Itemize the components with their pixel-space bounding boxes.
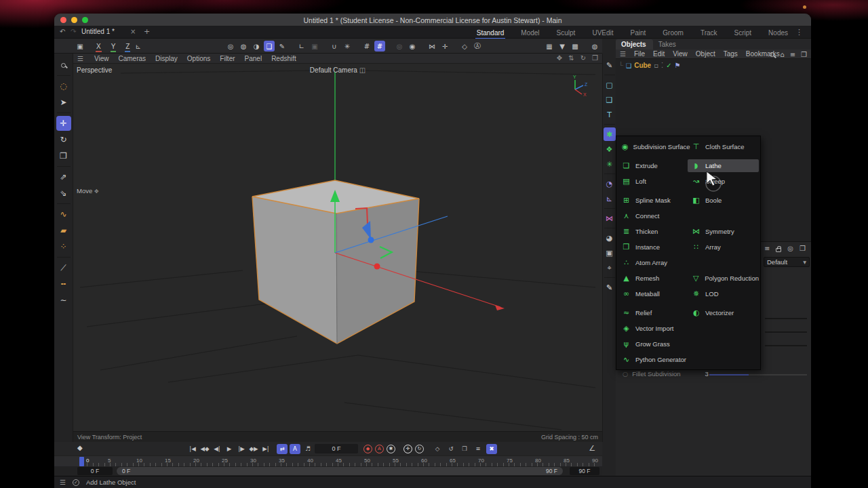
spline-smooth-tool[interactable]: ∿ <box>56 207 71 222</box>
phong-tag-icon[interactable]: ⚑ <box>675 62 681 69</box>
menu-item-sweep[interactable]: ↝Sweep <box>688 175 759 188</box>
record-keyframe-button[interactable]: ◆ <box>363 445 372 453</box>
tweak-selection-tool[interactable]: ➤ <box>56 95 71 110</box>
primitive-cube-menu[interactable]: ❑ <box>264 41 275 52</box>
menu-item-lod[interactable]: ✵LOD <box>688 287 759 300</box>
play-button[interactable]: ▶ <box>224 444 235 454</box>
redo-icon[interactable]: ↷ <box>71 28 76 35</box>
layout-tab-sculpt[interactable]: Sculpt <box>557 29 576 37</box>
attr-popout-icon[interactable]: ❐ <box>800 245 806 252</box>
objects-menu-edit[interactable]: Edit <box>653 50 665 58</box>
menu-item-lathe[interactable]: ◗Lathe <box>688 159 759 172</box>
range-end-field[interactable]: 90 F <box>570 467 599 475</box>
z-axis-handle[interactable] <box>368 237 374 243</box>
property-value[interactable]: 3 <box>705 370 709 378</box>
status-menu-icon[interactable]: ☰ <box>60 479 66 486</box>
visibility-dots-icon[interactable]: ⁚ <box>661 62 663 69</box>
viewport-menu-view[interactable]: View <box>94 55 109 62</box>
menu-item-remesh[interactable]: ▲Remesh <box>618 272 686 285</box>
spline-sketch-tool[interactable]: ∼ <box>56 293 71 308</box>
scale-tool[interactable]: ❐ <box>56 148 71 163</box>
viewport-menu-display[interactable]: Display <box>155 55 178 62</box>
fcurve-icon[interactable]: ∠ <box>589 444 595 453</box>
primitive-objects-menu[interactable]: ❑ <box>604 93 616 106</box>
next-frame-button[interactable]: |▶ <box>236 444 247 454</box>
fillet-subdivision-slider[interactable] <box>709 374 807 375</box>
menu-item-spline-mask[interactable]: ⊞Spline Mask <box>618 194 686 207</box>
menu-item-boole[interactable]: ◧Boole <box>688 194 759 207</box>
render-view-button[interactable]: ◎ <box>225 41 236 52</box>
find-tool[interactable] <box>56 58 71 73</box>
popout-icon[interactable]: ❐ <box>801 51 807 58</box>
spline-primitives-menu[interactable]: ▢ <box>604 78 616 92</box>
snap-button[interactable]: ∪ <box>329 41 340 52</box>
camera-menu[interactable]: ▣ <box>604 246 616 260</box>
record-rotation-button[interactable]: ↻ <box>415 445 424 453</box>
viewport-menu-options[interactable]: Options <box>187 55 210 62</box>
document-tab[interactable]: Untitled 1 * <box>81 28 115 35</box>
key-params-button[interactable]: ❒ <box>459 444 470 454</box>
asset-button[interactable]: Ⓐ <box>472 41 483 52</box>
manager-tab-objects[interactable]: Objects <box>616 39 653 49</box>
x-axis-handle[interactable] <box>374 264 380 270</box>
menu-item-cloth-surface[interactable]: ⊤Cloth Surface <box>688 140 759 153</box>
axis-center-button[interactable]: ◉ <box>407 41 418 52</box>
viewport-menu-panel[interactable]: Panel <box>245 55 262 62</box>
stage-menu[interactable]: ⌖ <box>604 261 616 274</box>
layout-tab-groom[interactable]: Groom <box>663 29 684 37</box>
manager-tab-takes[interactable]: Takes <box>653 39 683 49</box>
mode-dropdown[interactable]: Default ▾ <box>764 257 810 267</box>
viewport-menu-filter[interactable]: Filter <box>220 55 235 62</box>
knife-tool[interactable]: ⟋ <box>56 260 71 275</box>
home-icon[interactable]: ⌂ <box>780 51 784 58</box>
record-autokey-button[interactable]: A <box>375 445 384 453</box>
workplane-lock-button[interactable]: ⊾ <box>133 41 144 52</box>
target-icon[interactable]: ◎ <box>787 245 793 252</box>
modeling-settings-button[interactable]: ✛ <box>439 41 450 52</box>
cube-left-face[interactable] <box>252 197 337 344</box>
menu-item-vectorizer[interactable]: ◐Vectorizer <box>688 306 759 319</box>
render-picture-viewer-button[interactable]: ◍ <box>238 41 249 52</box>
viewport-camera-label[interactable]: Default Camera ◫ <box>73 66 602 74</box>
layer-box-icon[interactable]: ▫ <box>654 62 658 69</box>
filter-icon[interactable]: ≡ <box>790 51 795 58</box>
generators-menu[interactable]: ✱ <box>604 127 616 141</box>
layout-tab-paint[interactable]: Paint <box>631 29 646 37</box>
layout-tab-model[interactable]: Model <box>521 29 539 37</box>
play-mode-button[interactable]: A <box>290 444 300 454</box>
goto-start-button[interactable]: |◀ <box>187 444 198 454</box>
autokeying-button[interactable]: ✖ <box>486 444 497 454</box>
key-pla-button[interactable]: ↺ <box>446 444 456 454</box>
spline-modifier-menu[interactable]: ⊾ <box>604 192 616 205</box>
sphere-check-button[interactable]: ◍ <box>589 41 600 52</box>
coord-system-button[interactable]: ▣ <box>75 41 85 52</box>
search-icon[interactable] <box>770 52 774 57</box>
tree-row-cube[interactable]: └ ❑ Cube ▫ ⁚ ✓ ⚑ <box>618 62 681 69</box>
layout-overflow-icon[interactable]: ⋮ <box>795 28 803 37</box>
transform-tool[interactable]: ⇗ <box>56 169 71 184</box>
dolly-view-icon[interactable]: ⇅ <box>568 54 574 62</box>
undo-icon[interactable]: ↶ <box>60 28 65 35</box>
lock-icon[interactable] <box>776 248 781 252</box>
workplane-mode-button[interactable]: ▣ <box>309 41 320 52</box>
team-render-button[interactable]: ▼ <box>557 41 568 52</box>
line-cut-tool[interactable]: ╍ <box>56 277 71 291</box>
move-tool[interactable]: ✛ <box>56 116 71 131</box>
prev-key-button[interactable]: ◀◆ <box>199 444 210 454</box>
pen-spline-menu[interactable]: ✎ <box>277 41 288 52</box>
snap-settings-button[interactable]: ✳ <box>342 41 353 52</box>
multi-axis-tool[interactable]: ⇘ <box>56 186 71 201</box>
cube-object-label[interactable]: Cube <box>634 62 651 69</box>
menu-item-instance[interactable]: ❒Instance <box>618 241 686 253</box>
menu-item-python-generator[interactable]: ∿Python Generator <box>618 353 686 366</box>
layout-tab-track[interactable]: Track <box>701 29 717 37</box>
menu-item-loft[interactable]: ▤Loft <box>618 175 686 188</box>
fields-menu[interactable]: ✳ <box>604 157 616 171</box>
annotate-tool[interactable]: ✎ <box>604 281 616 294</box>
menu-item-connect[interactable]: ⋏Connect <box>618 209 686 222</box>
menu-item-thicken[interactable]: ≣Thicken <box>618 225 686 238</box>
key-layers-button[interactable]: ≡ <box>473 444 484 454</box>
render-queue-button[interactable]: ▦ <box>544 41 555 52</box>
current-frame-field[interactable]: 0 F <box>315 444 358 453</box>
tab-add-icon[interactable]: + <box>144 27 150 36</box>
